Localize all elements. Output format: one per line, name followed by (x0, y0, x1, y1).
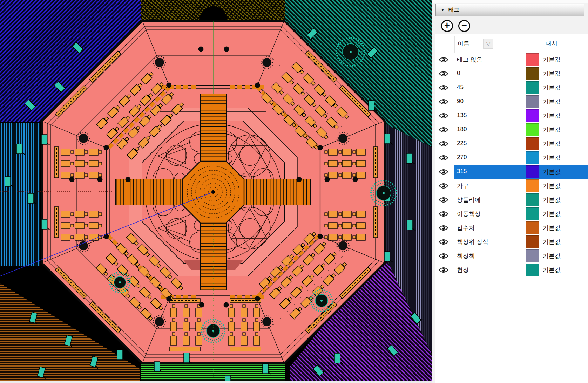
tag-name: 45 (457, 84, 464, 91)
tag-name: 180 (457, 126, 467, 133)
tag-row[interactable]: 책장책 기본값 (435, 249, 588, 263)
row-highlight (454, 81, 588, 95)
tag-row[interactable]: 천장 기본값 (435, 263, 588, 277)
tag-row[interactable]: 135 기본값 (435, 109, 588, 123)
visibility-eye-icon[interactable] (439, 98, 448, 105)
tag-dash-value[interactable]: 기본값 (543, 140, 561, 148)
visibility-eye-icon[interactable] (439, 112, 448, 119)
tags-section-header[interactable]: ▼ 태그 (435, 4, 584, 16)
tag-color-swatch[interactable] (526, 109, 539, 122)
tag-dash-value[interactable]: 기본값 (543, 210, 561, 218)
visibility-eye-icon[interactable] (439, 239, 448, 245)
tag-row[interactable]: 0 기본값 (435, 67, 588, 81)
tag-row[interactable]: 이동책상 기본값 (435, 207, 588, 221)
tag-dash-value[interactable]: 기본값 (543, 252, 561, 260)
tags-toolbar: + − (441, 20, 470, 32)
tag-name: 샹들리에 (457, 196, 481, 204)
tag-row[interactable]: 225 기본값 (435, 137, 588, 151)
model-viewport[interactable] (0, 0, 432, 383)
tag-dash-value[interactable]: 기본값 (543, 70, 561, 78)
tag-dash-value[interactable]: 기본값 (543, 224, 561, 232)
visibility-eye-icon[interactable] (439, 211, 448, 217)
column-separator (454, 36, 455, 53)
tag-dash-value[interactable]: 기본값 (543, 266, 561, 274)
filter-funnel-icon: ▽ (486, 41, 491, 47)
visibility-eye-icon[interactable] (439, 70, 448, 77)
tag-color-swatch[interactable] (526, 81, 539, 94)
add-tag-button[interactable]: + (441, 20, 453, 32)
tag-color-swatch[interactable] (526, 151, 539, 164)
tag-color-swatch[interactable] (526, 235, 539, 248)
tag-name: 135 (457, 112, 467, 119)
column-separator (525, 36, 525, 53)
tag-color-swatch[interactable] (526, 179, 539, 192)
tag-dash-value[interactable]: 기본값 (543, 98, 561, 106)
tag-row[interactable]: 45 기본값 (435, 81, 588, 95)
row-highlight (454, 179, 588, 193)
tag-color-swatch[interactable] (526, 165, 539, 178)
tag-dash-value[interactable]: 기본값 (543, 154, 561, 162)
filter-button[interactable]: ▽ (483, 39, 493, 49)
tag-dash-value[interactable]: 기본값 (543, 56, 561, 64)
tag-row[interactable]: 샹들리에 기본값 (435, 193, 588, 207)
tag-dash-value[interactable]: 기본값 (543, 84, 561, 92)
window-bottom-edge (0, 381, 432, 383)
tag-color-swatch[interactable] (526, 193, 539, 206)
tag-dash-value[interactable]: 기본값 (543, 168, 561, 176)
row-highlight (454, 165, 588, 179)
tag-color-swatch[interactable] (526, 95, 539, 108)
collapse-arrow-icon[interactable]: ▼ (441, 8, 445, 12)
tag-row[interactable]: 90 기본값 (435, 95, 588, 109)
tag-list: 태그 없음 기본값 0 기본값 45 기본값 (435, 53, 588, 277)
tag-name: 0 (457, 70, 460, 77)
tag-color-swatch[interactable] (526, 137, 539, 150)
column-header-name[interactable]: 이름 (458, 40, 469, 48)
visibility-eye-icon[interactable] (439, 197, 448, 203)
section-title: 태그 (448, 7, 459, 13)
tag-dash-value[interactable]: 기본값 (543, 182, 561, 190)
row-highlight (454, 151, 588, 165)
tag-name: 태그 없음 (457, 56, 482, 64)
tag-row[interactable]: 가구 기본값 (435, 179, 588, 193)
tag-dash-value[interactable]: 기본값 (543, 126, 561, 134)
visibility-eye-icon[interactable] (439, 56, 448, 63)
tag-color-swatch[interactable] (526, 221, 539, 234)
tag-row[interactable]: 태그 없음 기본값 (435, 53, 588, 67)
visibility-eye-icon[interactable] (439, 84, 448, 91)
tag-row[interactable]: 책상위 장식 기본값 (435, 235, 588, 249)
tag-color-swatch[interactable] (526, 123, 539, 136)
row-highlight (454, 137, 588, 151)
visibility-eye-icon[interactable] (439, 183, 448, 189)
tag-color-swatch[interactable] (526, 67, 539, 80)
visibility-eye-icon[interactable] (439, 126, 448, 133)
tag-dash-value[interactable]: 기본값 (543, 112, 561, 120)
tags-list-area: 이름 ▽ 대시 태그 없음 기본값 (435, 34, 588, 383)
tag-name: 접수처 (457, 224, 475, 232)
tag-row[interactable]: 접수처 기본값 (435, 221, 588, 235)
tag-row[interactable]: 180 기본값 (435, 123, 588, 137)
tag-color-swatch[interactable] (526, 53, 539, 66)
tag-name: 315 (457, 168, 467, 175)
tag-row[interactable]: 315 기본값 (435, 165, 588, 179)
visibility-eye-icon[interactable] (439, 169, 448, 175)
tag-color-swatch[interactable] (526, 249, 539, 262)
tag-name: 90 (457, 98, 464, 105)
row-highlight (454, 109, 588, 123)
tag-color-swatch[interactable] (526, 264, 539, 276)
row-highlight (454, 123, 588, 137)
visibility-eye-icon[interactable] (439, 141, 448, 147)
visibility-eye-icon[interactable] (439, 155, 448, 161)
visibility-eye-icon[interactable] (439, 225, 448, 231)
tag-color-swatch[interactable] (526, 207, 539, 220)
remove-tag-button[interactable]: − (458, 20, 470, 32)
floor-plan-drawing[interactable] (0, 0, 432, 383)
tag-dash-value[interactable]: 기본값 (543, 238, 561, 246)
visibility-eye-icon[interactable] (439, 267, 448, 273)
row-highlight (454, 67, 588, 81)
row-highlight (454, 95, 588, 109)
column-header-dash[interactable]: 대시 (546, 40, 557, 48)
tag-row[interactable]: 270 기본값 (435, 151, 588, 165)
row-highlight (454, 263, 588, 277)
tag-dash-value[interactable]: 기본값 (543, 196, 561, 204)
visibility-eye-icon[interactable] (439, 253, 448, 259)
